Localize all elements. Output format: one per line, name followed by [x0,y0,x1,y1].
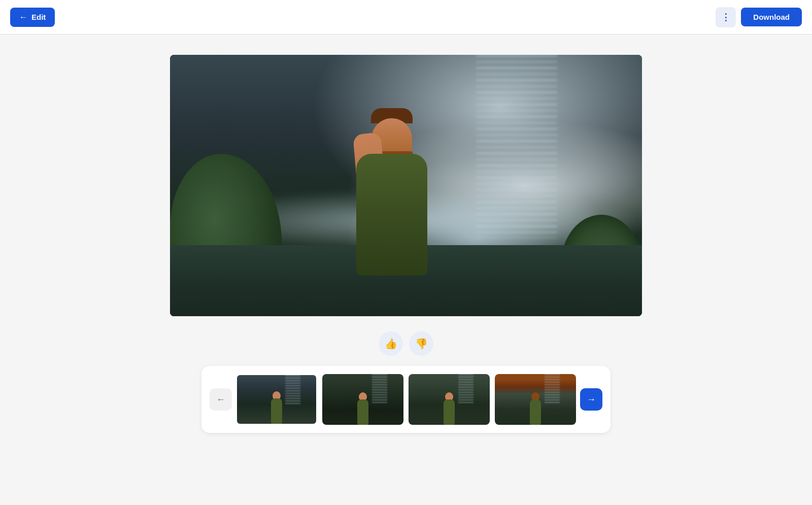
thumbnail-bg-1 [237,375,316,424]
download-button-label: Download [753,13,790,21]
thumbnail-strip: ← [201,366,611,433]
thumb-person-3 [439,384,459,425]
thumbnail-bg-3 [409,374,490,425]
person-body [356,154,427,276]
back-arrow-icon: ← [19,13,27,22]
more-dots-icon: ⋮ [721,12,731,23]
thumbs-down-button[interactable]: 👎 [409,331,433,356]
photo-background [170,55,642,316]
download-button[interactable]: Download [741,8,802,26]
thumbnail-bg-2 [322,374,403,425]
thumb-waterfall-2 [372,374,387,405]
person-figure [321,73,463,316]
prev-thumbnail-button[interactable]: ← [210,388,232,411]
thumbnail-2[interactable] [322,374,403,425]
thumbs-down-icon: 👎 [415,338,428,350]
thumbnail-bg-4 [495,374,576,425]
thumb-person-1 [266,383,287,424]
header-left: ← Edit [10,8,55,27]
thumb-person-body-2 [357,399,368,425]
next-arrow-icon: → [587,394,596,405]
thumb-waterfall-1 [285,375,300,405]
thumb-person-4 [525,384,546,425]
image-canvas [170,55,642,316]
feedback-area: 👍 👎 [379,331,433,356]
edit-button[interactable]: ← Edit [10,8,55,27]
main-content: 👍 👎 ← [0,35,812,505]
thumb-person-2 [353,384,373,425]
header-right: ⋮ Download [716,7,802,27]
prev-arrow-icon: ← [216,394,225,405]
more-options-button[interactable]: ⋮ [716,7,736,27]
header: ← Edit ⋮ Download [0,0,812,35]
edit-button-label: Edit [31,13,46,21]
thumbnail-1[interactable] [236,374,317,425]
thumbnail-3[interactable] [409,374,490,425]
thumb-person-body-4 [530,399,541,425]
main-image [170,55,642,316]
thumb-person-body-1 [271,398,282,424]
thumb-waterfall-3 [458,374,473,405]
thumbnail-4[interactable] [495,374,576,425]
thumbs-up-button[interactable]: 👍 [379,331,403,356]
thumb-waterfall-4 [545,374,560,405]
thumbnails-container [236,374,576,425]
thumbs-up-icon: 👍 [385,338,397,350]
next-thumbnail-button[interactable]: → [580,388,602,411]
thumb-person-body-3 [444,399,455,425]
